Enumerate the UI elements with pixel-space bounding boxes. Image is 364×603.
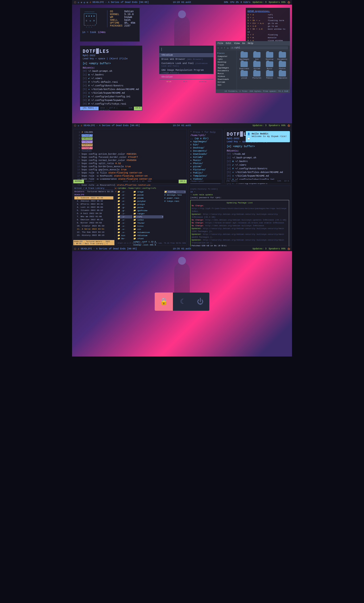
rofi-item[interactable]: Brave Web Browser (Web Browser) <box>159 57 213 61</box>
ranger-item[interactable]: 📁 ranger <box>133 212 163 215</box>
ranger-item[interactable]: 📁 .e~ <box>118 203 132 206</box>
folder-item[interactable]: Downloads <box>238 61 250 70</box>
folder-item[interactable]: Desktop <box>264 52 276 60</box>
ranger-item[interactable]: # tokyo.rasi <box>164 200 186 203</box>
tree-item[interactable]: ▸ bin/ <box>190 143 220 146</box>
thunar-folder-grid[interactable]: AppImagesbinDesktopDocumentsDownloadsGit… <box>237 50 290 89</box>
recent-file-item[interactable]: [1] ~/.bash-prompt.sh <box>227 156 289 160</box>
ranger-item[interactable]: 📁 .e~ <box>118 197 132 200</box>
folder-item[interactable]: Gitlab <box>251 61 263 70</box>
rofi-item[interactable]: VSCodium <box>159 53 213 57</box>
power-icon[interactable]: ⏻ <box>288 248 290 250</box>
lock-button[interactable]: 🔒 <box>155 293 173 311</box>
tree-item[interactable]: .. (up a dir) <box>190 137 220 140</box>
track-item[interactable]: 2. Zealous 2022 05:32 <box>74 199 113 203</box>
ranger-item[interactable]: 📁 vlc <box>133 228 163 231</box>
ranger-item[interactable]: 📁 bin <box>118 234 132 237</box>
folder-item[interactable]: bin <box>251 52 263 60</box>
recent-file-item[interactable]: [2] ✔ ~/.vimrc <box>83 77 139 80</box>
nav-up-icon[interactable]: ↑ <box>224 47 225 49</box>
recent-file-item[interactable]: [3] # ~/rofi-default.rasi <box>83 80 139 84</box>
ranger-item[interactable]: 📁 rofi 4 <box>133 215 163 218</box>
tree-item[interactable]: ▸ Templates/ <box>190 174 220 178</box>
ranger-item[interactable]: 📁 .e~ <box>118 200 132 203</box>
rofi-search-input[interactable]: ▏ <box>160 47 212 52</box>
ws-icon[interactable]: ◎ <box>84 1 85 4</box>
track-item[interactable]: 1. Someone 2022 01:44 <box>74 196 113 199</box>
rofi-item[interactable]: Obsidian <box>159 75 213 79</box>
updates-badge[interactable]: Updates: 3 <box>252 1 266 4</box>
ranger-item[interactable]: 📁 procps <box>133 203 163 206</box>
recent-file-item[interactable]: [3] ✔ ~/.vimrc <box>227 163 289 167</box>
audio-badge[interactable]: Speakers 86% <box>269 1 285 4</box>
updates-badge[interactable]: Updates: 3 <box>252 248 266 250</box>
sidebar-item[interactable]: Trash <box>217 63 236 66</box>
music-icon[interactable]: ♫ <box>81 124 82 127</box>
rofi-mode-drun[interactable]: drun <box>166 80 171 83</box>
tree-item[interactable]: ▸ Public/ <box>190 171 220 174</box>
folder-item[interactable]: Public <box>264 71 276 79</box>
ranger-item[interactable]: 📁 .g~ <box>118 206 132 209</box>
recent-file-item[interactable]: [0] ~/.bash-prompt.sh <box>83 69 139 73</box>
track-item[interactable]: 6. A Call 2022 04:38 <box>74 212 113 215</box>
ranger-item[interactable]: 📁 xfce4 <box>133 237 163 240</box>
recent-file-item[interactable]: [4] # ~/.config/dunst/dunstrc <box>227 167 289 171</box>
ws-icon[interactable]: ⊕ <box>81 1 82 4</box>
sidebar-item[interactable]: Downloads <box>217 78 236 81</box>
ws-icon[interactable]: ⊞ <box>87 1 88 4</box>
ranger-item[interactable]: 📁 .l~ <box>118 212 132 215</box>
ranger-item[interactable]: 📁 polybar <box>133 200 163 203</box>
menu-view[interactable]: View <box>234 42 240 45</box>
ranger-item[interactable]: 📁 config 1 <box>164 190 186 193</box>
rofi-mode-run[interactable]: run <box>183 80 187 83</box>
folder-item[interactable]: AppImages <box>238 52 250 60</box>
track-item[interactable]: 10. Creatur 2022 05:39 <box>74 224 113 228</box>
ranger-item[interactable]: 📁 qpdfview <box>133 209 163 212</box>
track-item[interactable]: 11. A Serie 2022 04:51 <box>74 228 113 231</box>
menu-file[interactable]: File <box>218 42 223 45</box>
tree-item[interactable]: ▸ Music/ <box>190 159 220 162</box>
folder-item[interactable]: Templates <box>276 71 288 79</box>
ranger-item[interactable]: 📁 picom <box>133 193 163 197</box>
ranger-item[interactable]: 📁 .e~ <box>118 193 132 197</box>
ranger-item[interactable]: 📁 De~ <box>118 237 132 240</box>
music-icon[interactable]: ♫ <box>90 1 91 4</box>
ranger-item[interactable]: 📁 .s~ <box>118 222 132 225</box>
tree-item[interactable]: ▸ Gitlab/ <box>190 156 220 159</box>
tree-item[interactable]: ▸ Photos/ <box>190 162 220 165</box>
sidebar-item[interactable]: Desktop <box>217 61 236 63</box>
music-icon[interactable]: ♫ <box>78 248 79 250</box>
ranger-item[interactable]: 📁 .s~ <box>118 225 132 228</box>
nav-forward-icon[interactable]: → <box>221 47 222 49</box>
ranger-item[interactable]: 📁 .v~ <box>118 231 132 234</box>
ranger-item[interactable]: 📁 volumeicon <box>133 231 163 234</box>
dunst-notification[interactable]: 👤 Hello Reddit Welcome to my Bspwm rice!… <box>246 131 290 142</box>
sidebar-item[interactable]: rphl <box>217 58 236 61</box>
ranger-item[interactable]: 📁 .g~ <box>118 209 132 212</box>
terminal-nala[interactable]: [rphl:history fc:edit] in ~ → sudo nala … <box>188 186 291 245</box>
power-icon[interactable]: ⏻ <box>288 1 290 4</box>
tree-item[interactable]: ▸ Documents/ <box>190 150 220 153</box>
track-item[interactable]: 9. Bitter 2022 04:58 <box>74 221 113 224</box>
ws-icon[interactable]: ⬡ <box>74 1 76 4</box>
ranger-item[interactable]: 📁 tilix <box>133 225 163 228</box>
recent-file-item[interactable]: [4] # ~/.config/dunst/dunstrc <box>83 84 139 88</box>
ws-icon[interactable]: ⬡ <box>74 248 76 250</box>
ranger-item[interactable]: 📁 Thunar <box>133 222 163 225</box>
sidebar-item[interactable]: Documents <box>217 69 236 72</box>
rofi-launcher[interactable]: ▏ VSCodium Brave Web Browser (Web Browse… <box>159 46 214 74</box>
vim-bspwmrc[interactable]: 1# COLORS 2#7AA2F7 3#9ECE6A 4#7DCFFF 5#E… <box>73 129 187 184</box>
recent-file-item[interactable]: [1] ⚙ ~/.bashrc <box>83 73 139 77</box>
ranger-item[interactable]: # power.rasi <box>164 197 186 200</box>
track-item[interactable]: 7. Who am 2022 01:08 <box>74 215 113 218</box>
sidebar-item[interactable]: bin <box>217 83 236 86</box>
file-manager[interactable]: File Edit View Go Help ← → ↑ ⌂ ⌂ rphl Pl… <box>216 41 290 93</box>
folder-item[interactable]: Documents <box>276 52 288 60</box>
menu-help[interactable]: Help <box>248 42 254 45</box>
track-item[interactable]: 13. History 2022 06:16 <box>74 234 113 237</box>
recent-file-item[interactable]: [7] ⚙ ~/.config/polybar/config.ini <box>83 95 139 99</box>
tree-item[interactable]: ▸ Desktop/ <box>190 146 220 150</box>
rofi-item[interactable]: GNU Image Manipulation Program (Image Ed… <box>159 68 213 75</box>
recent-file-item[interactable]: [2] ⚙ ~/.bashrc <box>227 160 289 163</box>
sidebar-item[interactable]: AppImages <box>217 66 236 69</box>
